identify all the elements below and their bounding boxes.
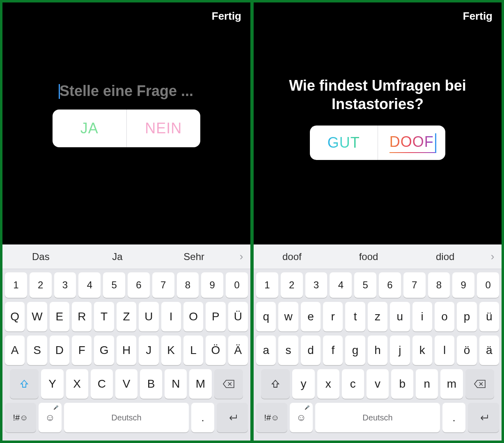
symbols-key[interactable]: !#☺ [256,403,287,432]
symbols-key[interactable]: !#☺ [5,403,36,432]
suggestion[interactable]: Das [2,251,79,263]
key-e[interactable]: E [50,302,69,331]
key-r[interactable]: r [323,302,343,331]
key-s[interactable]: S [27,336,47,365]
enter-key[interactable] [217,403,248,432]
key-d[interactable]: d [301,336,321,365]
key-7[interactable]: 7 [152,272,174,298]
key-m[interactable]: m [440,369,463,399]
key-v[interactable]: v [367,369,389,399]
key-ae[interactable]: Ä [228,336,248,365]
key-n[interactable]: N [165,369,187,399]
key-i[interactable]: i [412,302,432,331]
key-z[interactable]: Z [117,302,136,331]
poll-sticker[interactable]: GUT DOOF [310,126,445,160]
key-u[interactable]: U [139,302,158,331]
shift-key[interactable] [10,369,39,399]
key-k[interactable]: K [161,336,181,365]
key-q[interactable]: Q [5,302,25,331]
key-o[interactable]: O [183,302,203,331]
key-8[interactable]: 8 [428,272,450,298]
key-s[interactable]: s [278,336,298,365]
key-l[interactable]: l [435,336,454,365]
key-q[interactable]: q [256,302,276,331]
more-suggestions-icon[interactable]: › [232,250,250,263]
key-8[interactable]: 8 [177,272,199,298]
key-y[interactable]: y [292,369,314,399]
backspace-key[interactable] [465,369,494,399]
poll-option-2[interactable]: DOOF [378,126,446,160]
space-key[interactable]: Deutsch [64,403,189,432]
backspace-key[interactable] [214,369,243,399]
key-u[interactable]: u [390,302,410,331]
enter-key[interactable] [468,403,499,432]
key-y[interactable]: Y [41,369,63,399]
key-v[interactable]: V [115,369,137,399]
key-5[interactable]: 5 [354,272,376,298]
key-g[interactable]: G [94,336,114,365]
key-m[interactable]: M [189,369,211,399]
key-3[interactable]: 3 [305,272,328,298]
key-c[interactable]: c [342,369,364,399]
emoji-key[interactable]: ☺🎤 [39,403,62,432]
key-o[interactable]: o [435,302,454,331]
key-w[interactable]: w [278,302,298,331]
suggestion[interactable]: Ja [79,251,156,263]
poll-question-input[interactable]: Stelle eine Frage ... [2,82,250,100]
key-g[interactable]: g [345,336,365,365]
key-1[interactable]: 1 [5,272,27,298]
key-9[interactable]: 9 [201,272,223,298]
key-b[interactable]: b [391,369,413,399]
emoji-key[interactable]: ☺🎤 [290,403,313,432]
suggestion[interactable]: Sehr [156,251,232,263]
key-a[interactable]: a [256,336,276,365]
key-p[interactable]: P [206,302,225,331]
suggestion[interactable]: food [330,251,407,263]
key-oe[interactable]: ö [457,336,477,365]
done-button[interactable]: Fertig [212,10,241,23]
key-p[interactable]: p [457,302,477,331]
key-f[interactable]: F [72,336,92,365]
space-key[interactable]: Deutsch [315,403,440,432]
more-suggestions-icon[interactable]: › [483,250,502,263]
key-c[interactable]: C [91,369,113,399]
key-d[interactable]: D [50,336,69,365]
key-w[interactable]: W [27,302,47,331]
key-6[interactable]: 6 [128,272,150,298]
key-j[interactable]: J [139,336,158,365]
suggestion[interactable]: doof [254,251,330,263]
key-0[interactable]: 0 [477,272,499,298]
key-3[interactable]: 3 [54,272,76,298]
poll-option-2[interactable]: NEIN [127,110,201,147]
key-k[interactable]: k [412,336,432,365]
key-x[interactable]: X [66,369,88,399]
key-ue[interactable]: ü [479,302,499,331]
story-canvas[interactable]: Fertig Wie findest Umfragen bei Instasto… [254,2,502,244]
done-button[interactable]: Fertig [463,10,493,23]
key-r[interactable]: R [72,302,92,331]
story-canvas[interactable]: Fertig Stelle eine Frage ... JA NEIN [2,2,250,244]
key-z[interactable]: z [368,302,387,331]
key-a[interactable]: A [5,336,25,365]
key-6[interactable]: 6 [379,272,401,298]
key-j[interactable]: j [390,336,410,365]
key-ue[interactable]: Ü [228,302,248,331]
key-2[interactable]: 2 [281,272,303,298]
key-e[interactable]: e [301,302,321,331]
key-1[interactable]: 1 [256,272,278,298]
key-t[interactable]: T [94,302,114,331]
key-5[interactable]: 5 [103,272,125,298]
key-l[interactable]: L [183,336,203,365]
key-h[interactable]: H [117,336,136,365]
period-key[interactable]: . [442,403,465,432]
key-7[interactable]: 7 [403,272,426,298]
period-key[interactable]: . [191,403,214,432]
poll-option-1[interactable]: JA [53,110,127,147]
key-i[interactable]: I [161,302,181,331]
key-ae[interactable]: ä [479,336,499,365]
key-4[interactable]: 4 [78,272,101,298]
key-0[interactable]: 0 [226,272,248,298]
key-t[interactable]: t [345,302,365,331]
poll-option-1[interactable]: GUT [310,126,378,160]
poll-question-input[interactable]: Wie findest Umfragen bei Instastories? [254,76,502,113]
